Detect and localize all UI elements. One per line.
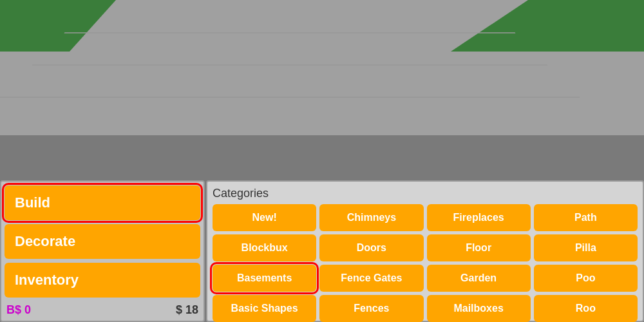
road-area (0, 0, 644, 135)
category-button-blockbux[interactable]: Blockbux (213, 234, 316, 261)
category-button-fireplaces[interactable]: Fireplaces (427, 204, 531, 231)
category-button-fences[interactable]: Fences (319, 295, 423, 322)
category-button-basic-shapes[interactable]: Basic Shapes (213, 295, 316, 322)
cash-display: $ 18 (176, 303, 198, 317)
categories-panel: Categories New!ChimneysFireplacesPathBlo… (206, 180, 644, 322)
category-button-chimneys[interactable]: Chimneys (319, 204, 423, 231)
category-button-pillars[interactable]: Pilla (534, 234, 638, 261)
category-button-fence-gates[interactable]: Fence Gates (319, 265, 423, 292)
build-button[interactable]: Build (5, 185, 200, 220)
category-button-path[interactable]: Path (534, 204, 638, 231)
currency-display: B$ 0 (6, 303, 31, 317)
category-button-new[interactable]: New! (213, 204, 316, 231)
sidebar-footer: B$ 0 $ 18 (6, 303, 198, 317)
grass-right (451, 0, 644, 52)
category-button-doors[interactable]: Doors (319, 234, 423, 261)
category-button-pool[interactable]: Poo (534, 265, 638, 292)
grass-left (0, 0, 116, 52)
decorate-button[interactable]: Decorate (5, 224, 200, 259)
inventory-button[interactable]: Inventory (5, 263, 200, 298)
category-button-garden[interactable]: Garden (427, 265, 531, 292)
category-button-mailboxes[interactable]: Mailboxes (427, 295, 531, 322)
categories-grid: New!ChimneysFireplacesPathBlockbuxDoorsF… (213, 204, 638, 322)
categories-title: Categories (213, 187, 638, 200)
category-button-basements[interactable]: Basements (213, 265, 316, 292)
category-button-roofs[interactable]: Roo (534, 295, 638, 322)
sidebar-panel: Build Decorate Inventory B$ 0 $ 18 (0, 180, 205, 322)
category-button-floor[interactable]: Floor (427, 234, 531, 261)
